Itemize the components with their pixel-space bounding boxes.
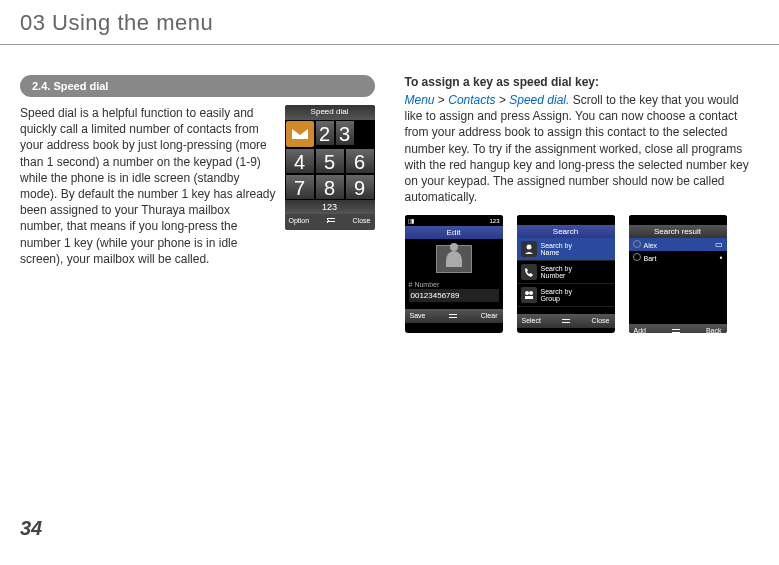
rs-soft-right: Back [706,327,722,333]
person-icon [521,241,537,257]
phone-icon [521,264,537,280]
search-screenshot: Search Search byName Search byNumber [517,215,615,333]
right-body-text: Scroll to the key that you would like to… [405,93,749,204]
page-content: 2.4. Speed dial Speed dial 2 3 4 5 [0,45,779,343]
ss-soft-left: Select [522,317,541,325]
nav-speeddial: Speed dial. [509,93,569,107]
sd-soft-left: Option [289,216,310,228]
es-number-value: 00123456789 [409,289,499,302]
contact-portrait-icon [436,245,472,273]
sd-bottom-num: 123 [322,202,337,212]
result-item-bart: Bart ▪ [629,251,727,264]
svg-rect-9 [562,322,570,323]
svg-rect-2 [449,314,457,315]
left-body-text: Speed dial is a helpful function to easi… [20,106,275,266]
es-header: Edit [405,226,503,239]
sd-cell-2: 2 [315,120,335,146]
sd-cell-7: 7 [285,174,315,200]
svg-rect-10 [672,329,680,330]
sd-cell-9: 9 [345,174,375,200]
sd-cell-5: 5 [315,148,345,174]
screens-row: ▯▮ 123 Edit # Number 00123456789 Save [405,215,760,333]
page-title: 03 Using the menu [20,10,759,36]
es-soft-mid-icon [448,312,458,320]
result-item-alex: Alex ▭ [629,238,727,251]
rs-soft-mid-icon [671,327,681,333]
svg-rect-7 [525,296,533,299]
sim-icon: ▭ [715,240,723,249]
left-column: 2.4. Speed dial Speed dial 2 3 4 5 [20,75,375,333]
es-soft-left: Save [410,312,426,320]
sd-cell-6: 6 [345,148,375,174]
sd-soft-right: Close [353,216,371,228]
edit-screenshot: ▯▮ 123 Edit # Number 00123456789 Save [405,215,503,333]
section-badge: 2.4. Speed dial [20,75,375,97]
svg-rect-11 [672,332,680,333]
svg-point-6 [529,291,533,295]
instruction-title: To assign a key as speed dial key: [405,75,760,89]
sd-cell-8: 8 [315,174,345,200]
nav-contacts: Contacts [448,93,495,107]
ss-soft-mid-icon [561,317,571,325]
search-by-name: Search byName [517,238,615,261]
search-by-number: Search byNumber [517,261,615,284]
left-body: Speed dial 2 3 4 5 6 7 8 9 [20,105,375,267]
sd-cell-4: 4 [285,148,315,174]
es-field-label: # Number [409,281,499,288]
ss-soft-right: Close [592,317,610,325]
es-soft-right: Clear [481,312,498,320]
phone-small-icon: ▪ [720,253,723,262]
svg-point-4 [526,245,531,250]
es-signal-icon: ▯▮ [408,217,414,224]
svg-point-5 [525,291,529,295]
page-header: 03 Using the menu [0,0,779,45]
rs-soft-left: Add [634,327,646,333]
nav-sep2: > [496,93,510,107]
nav-sep1: > [435,93,449,107]
page-number: 34 [20,517,42,540]
group-icon [521,287,537,303]
hash-icon: # [409,281,413,288]
sd-title: Speed dial [285,105,375,120]
voicemail-icon [286,121,314,147]
ss-header: Search [517,225,615,238]
svg-rect-3 [449,317,457,318]
right-body: Menu > Contacts > Speed dial. Scroll to … [405,92,760,205]
result-screenshot: Search result Alex ▭ Bart ▪ Add [629,215,727,333]
speed-dial-screenshot: Speed dial 2 3 4 5 6 7 8 9 [285,105,375,230]
right-column: To assign a key as speed dial key: Menu … [405,75,760,333]
svg-rect-0 [327,218,335,219]
sd-cell-3: 3 [335,120,355,146]
search-by-group: Search byGroup [517,284,615,307]
svg-rect-8 [562,319,570,320]
rs-header: Search result [629,225,727,238]
nav-menu: Menu [405,93,435,107]
es-status-right: 123 [489,218,499,224]
sd-soft-mid-icon [326,216,336,228]
